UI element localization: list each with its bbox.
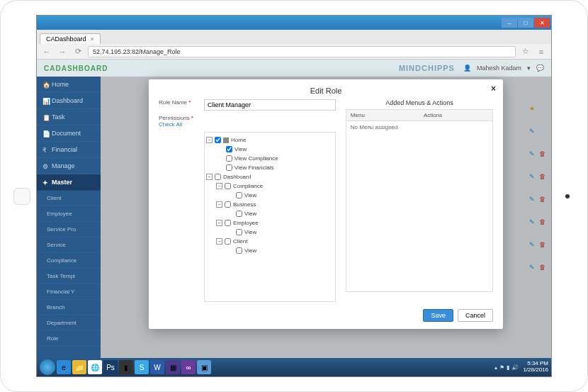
chat-icon[interactable]: 💬 bbox=[536, 65, 544, 72]
column-menu: Menu bbox=[346, 110, 419, 121]
dropdown-icon[interactable]: ▾ bbox=[527, 65, 531, 72]
sidebar-item-branch[interactable]: Branch bbox=[37, 300, 101, 315]
tab-close-icon[interactable]: × bbox=[91, 35, 94, 43]
client-checkbox[interactable] bbox=[225, 238, 231, 245]
window-minimize-button[interactable]: – bbox=[502, 18, 517, 28]
photoshop-icon[interactable]: Ps bbox=[103, 360, 118, 374]
browser-tab-strip: CADashboard × bbox=[37, 30, 551, 44]
sidebar-item-financial-year[interactable]: Financial Y bbox=[37, 284, 101, 300]
sidebar-item-compliance[interactable]: Compliance bbox=[37, 253, 101, 269]
view-financials-checkbox[interactable] bbox=[226, 164, 232, 171]
collapse-icon[interactable]: − bbox=[206, 174, 213, 180]
content-area: ★ ✎ ✎🗑 ✎🗑 ✎🗑 ✎🗑 ✎🗑 ✎🗑 × Edit Role bbox=[101, 77, 551, 362]
added-menus-grid: Menu Actions No Menu assigned. bbox=[346, 109, 493, 292]
document-icon: 📄 bbox=[43, 130, 48, 136]
brand-logo: CADASHBOARD bbox=[44, 65, 108, 72]
user-name: Mahesh Kadam bbox=[477, 65, 521, 72]
role-name-input[interactable] bbox=[204, 99, 336, 111]
user-icon: 👤 bbox=[463, 65, 471, 72]
tray-up-icon[interactable]: ▴ bbox=[494, 364, 497, 371]
cmd-icon[interactable]: ▮ bbox=[119, 360, 133, 374]
sidebar-item-manage[interactable]: ⚙Manage bbox=[37, 158, 101, 174]
taskbar: e 📁 🌐 Ps ▮ S W ▦ ∞ ▣ ▴ ⚑ ▮ 🔊 5:34 bbox=[37, 358, 551, 376]
collapse-icon[interactable]: − bbox=[216, 201, 222, 208]
sidebar-item-home[interactable]: 🏠Home bbox=[37, 77, 101, 93]
business-checkbox[interactable] bbox=[225, 201, 231, 208]
master-icon: ✦ bbox=[43, 179, 48, 185]
sidebar-item-dashboard[interactable]: 📊Dashboard bbox=[37, 93, 101, 109]
employee-checkbox[interactable] bbox=[225, 220, 231, 226]
network-icon[interactable]: ▮ bbox=[507, 364, 509, 371]
skype-icon[interactable]: S bbox=[135, 360, 149, 374]
modal-title: Edit Role bbox=[159, 86, 493, 99]
sidebar-item-department[interactable]: Department bbox=[37, 315, 101, 331]
volume-icon[interactable]: 🔊 bbox=[511, 364, 519, 371]
sidebar-item-role[interactable]: Role bbox=[37, 331, 101, 347]
modal-close-button[interactable]: × bbox=[491, 84, 496, 94]
sidebar-item-employee[interactable]: Employee bbox=[37, 206, 101, 222]
url-input[interactable]: 52.74.195.23:82/Manage_Role bbox=[88, 46, 516, 57]
sidebar-item-financial[interactable]: ₹Financial bbox=[37, 142, 101, 158]
window-titlebar: – □ ✕ bbox=[37, 16, 551, 30]
sidebar-item-master[interactable]: ✦Master bbox=[37, 174, 101, 191]
edit-role-modal: × Edit Role Role Name * Permissio bbox=[149, 79, 503, 329]
app-header: CADASHBOARD MINDCHIPPS 👤 Mahesh Kadam ▾ … bbox=[37, 60, 551, 77]
vs-icon[interactable]: ∞ bbox=[181, 360, 196, 374]
view-checkbox[interactable] bbox=[236, 247, 242, 254]
view-compliance-checkbox[interactable] bbox=[226, 155, 232, 162]
app-icon-2[interactable]: ▣ bbox=[197, 360, 211, 374]
tablet-frame: – □ ✕ CADashboard × ← → ⟳ 52.74.195.23:8… bbox=[0, 0, 588, 392]
address-bar: ← → ⟳ 52.74.195.23:82/Manage_Role ☆ ≡ bbox=[37, 44, 551, 60]
tablet-home-button[interactable] bbox=[13, 188, 30, 205]
sidebar: 🏠Home 📊Dashboard 📋Task 📄Document ₹Financ… bbox=[37, 77, 101, 362]
cancel-button[interactable]: Cancel bbox=[458, 309, 493, 322]
collapse-icon[interactable]: − bbox=[216, 220, 222, 226]
sidebar-item-client[interactable]: Client bbox=[37, 191, 101, 206]
collapse-icon[interactable]: − bbox=[216, 183, 222, 189]
permissions-tree: −Home View View Compliance View Financia… bbox=[204, 132, 336, 302]
browser-tab[interactable]: CADashboard × bbox=[40, 33, 101, 44]
home-checkbox[interactable] bbox=[215, 137, 221, 143]
save-button[interactable]: Save bbox=[423, 309, 453, 322]
compliance-checkbox[interactable] bbox=[225, 183, 231, 189]
word-icon[interactable]: W bbox=[150, 360, 164, 374]
tab-title: CADashboard bbox=[46, 35, 86, 43]
bookmark-icon[interactable]: ☆ bbox=[520, 46, 531, 57]
sidebar-item-task[interactable]: 📋Task bbox=[37, 109, 101, 125]
sidebar-item-service[interactable]: Service bbox=[37, 237, 101, 253]
collapse-icon[interactable]: − bbox=[206, 137, 213, 143]
home-icon: 🏠 bbox=[43, 82, 48, 87]
screen: – □ ✕ CADashboard × ← → ⟳ 52.74.195.23:8… bbox=[36, 15, 552, 377]
view-checkbox[interactable] bbox=[226, 146, 232, 152]
collapse-icon[interactable]: − bbox=[216, 238, 222, 245]
flag-icon[interactable]: ⚑ bbox=[499, 364, 504, 371]
permissions-label: Permissions * Check All bbox=[159, 115, 204, 128]
system-tray[interactable]: ▴ ⚑ ▮ 🔊 bbox=[494, 364, 519, 371]
dashboard-checkbox[interactable] bbox=[215, 174, 221, 180]
back-button[interactable]: ← bbox=[41, 46, 52, 57]
view-checkbox[interactable] bbox=[236, 211, 242, 217]
partner-logo: MINDCHIPPS bbox=[399, 64, 455, 72]
sidebar-item-task-template[interactable]: Task Templ bbox=[37, 269, 101, 284]
app-body: 🏠Home 📊Dashboard 📋Task 📄Document ₹Financ… bbox=[37, 77, 551, 362]
clock[interactable]: 5:34 PM 1/28/2016 bbox=[523, 361, 548, 374]
window-maximize-button[interactable]: □ bbox=[518, 18, 533, 28]
chrome-icon[interactable]: 🌐 bbox=[88, 360, 102, 374]
added-menus-title: Added Menus & Actions bbox=[346, 99, 493, 106]
view-checkbox[interactable] bbox=[236, 192, 242, 198]
financial-icon: ₹ bbox=[43, 147, 48, 152]
sidebar-item-service-pro[interactable]: Service Pro bbox=[37, 222, 101, 237]
reload-button[interactable]: ⟳ bbox=[72, 46, 84, 57]
forward-button[interactable]: → bbox=[57, 46, 68, 57]
menu-icon[interactable]: ≡ bbox=[536, 46, 547, 57]
grid-empty-message: No Menu assigned. bbox=[346, 121, 492, 133]
view-checkbox[interactable] bbox=[236, 229, 242, 235]
ie-icon[interactable]: e bbox=[57, 360, 71, 374]
check-all-link[interactable]: Check All bbox=[159, 121, 182, 128]
app-icon[interactable]: ▦ bbox=[166, 360, 180, 374]
sidebar-item-document[interactable]: 📄Document bbox=[37, 125, 101, 142]
explorer-icon[interactable]: 📁 bbox=[72, 360, 86, 374]
window-close-button[interactable]: ✕ bbox=[534, 18, 550, 28]
tablet-camera bbox=[565, 194, 570, 198]
start-button[interactable] bbox=[40, 359, 55, 375]
